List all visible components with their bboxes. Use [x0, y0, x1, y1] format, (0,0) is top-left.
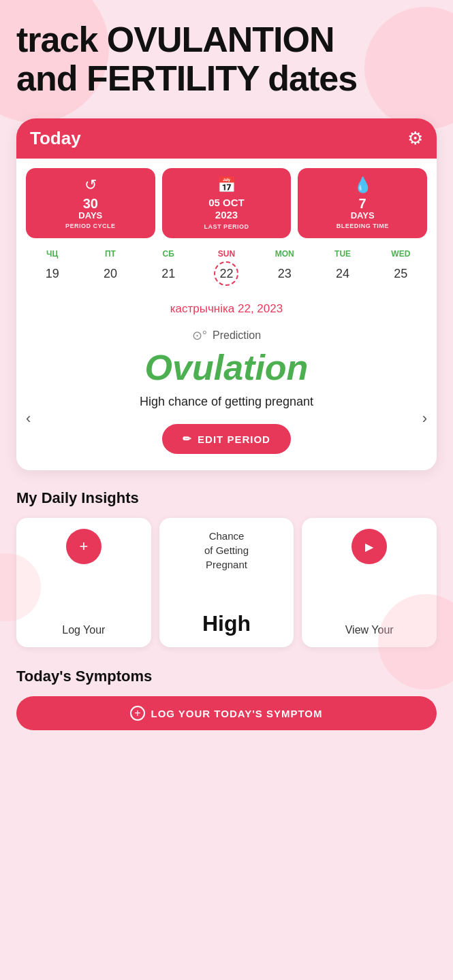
chance-text: High chance of getting pregnant — [30, 395, 423, 409]
symptoms-section: Today's Symptoms + LOG YOUR TODAY'S SYMP… — [16, 668, 437, 730]
edit-period-button[interactable]: ✏ EDIT PERIOD — [162, 424, 291, 454]
symptom-btn-label: LOG YOUR TODAY'S SYMPTOM — [151, 708, 322, 719]
page-title: track OVULANTION and FERTILITY dates — [16, 20, 437, 98]
cal-day-num-tue: 24 — [330, 261, 355, 286]
prediction-text: Prediction — [213, 329, 261, 342]
cal-day-wed[interactable]: WED 25 — [388, 249, 413, 286]
prediction-section: ‹ › ⊙° Prediction Ovulation High chance … — [16, 321, 437, 470]
cycle-label: PERIOD CYCLE — [65, 223, 116, 229]
settings-icon[interactable]: ⚙ — [407, 128, 423, 149]
cal-day-num-wed: 25 — [388, 261, 413, 286]
card-header: Today ⚙ — [16, 118, 437, 159]
insights-title: My Daily Insights — [16, 489, 437, 507]
bleeding-number: 7 — [359, 197, 366, 210]
cal-day-num-thu: 19 — [40, 261, 65, 286]
bleeding-unit: DAYS — [351, 210, 375, 220]
ovulation-title: Ovulation — [30, 347, 423, 388]
cal-day-num-mon: 23 — [272, 261, 297, 286]
chance-of-getting-pregnant-text: Chance of Getting Pregnant — [204, 529, 249, 572]
log-your-label: Log Your — [62, 624, 105, 636]
cal-day-tue[interactable]: TUE 24 — [330, 249, 355, 286]
cal-day-num-sun: 22 — [214, 261, 238, 286]
view-icon[interactable]: ▶ — [352, 529, 387, 564]
cal-day-mon[interactable]: MON 23 — [272, 249, 297, 286]
log-add-icon[interactable]: + — [66, 529, 101, 564]
cal-day-fri[interactable]: ПТ 20 — [98, 249, 123, 286]
symptoms-title: Today's Symptoms — [16, 668, 437, 685]
stats-row: ↺ 30 DAYS PERIOD CYCLE 📅 05 OCT2023 LAST… — [16, 159, 437, 238]
prediction-dots-icon: ⊙° — [192, 328, 207, 343]
cal-day-name-wed: WED — [391, 249, 410, 259]
droplet-icon: 💧 — [354, 176, 372, 194]
cal-day-num-sat: 21 — [156, 261, 181, 286]
last-period-label: LAST PERIOD — [204, 223, 249, 230]
cal-day-name-mon: MON — [275, 249, 294, 259]
prediction-label: ⊙° Prediction — [30, 328, 423, 343]
cal-day-name-thu: ЧЦ — [46, 249, 58, 259]
cycle-unit: DAYS — [78, 210, 102, 220]
cal-day-num-fri: 20 — [98, 261, 123, 286]
next-arrow[interactable]: › — [422, 410, 427, 427]
today-label: Today — [30, 128, 81, 149]
cycle-icon: ↺ — [84, 176, 97, 194]
calendar-icon: 📅 — [217, 176, 236, 194]
calendar-row: ЧЦ 19 ПТ 20 СБ 21 SUN 22 MON 23 TUE 24 — [16, 238, 437, 290]
prev-arrow[interactable]: ‹ — [26, 410, 31, 427]
edit-btn-label: EDIT PERIOD — [198, 434, 270, 445]
cal-day-sat[interactable]: СБ 21 — [156, 249, 181, 286]
chance-value: High — [202, 611, 251, 636]
bleeding-label: BLEEDING TIME — [337, 223, 389, 229]
cal-day-name-fri: ПТ — [105, 249, 116, 259]
cal-day-name-tue: TUE — [334, 249, 351, 259]
last-period-date: 05 OCT2023 — [208, 197, 245, 221]
cal-day-thu[interactable]: ЧЦ 19 — [40, 249, 65, 286]
insights-cards: + Log Your Chance of Getting Pregnant Hi… — [16, 518, 437, 647]
edit-icon: ✏ — [183, 433, 192, 445]
bleeding-time-stat[interactable]: 💧 7 DAYS BLEEDING TIME — [298, 168, 427, 238]
date-display: кастрычніка 22, 2023 — [16, 290, 437, 321]
cycle-number: 30 — [83, 197, 98, 210]
chance-card[interactable]: Chance of Getting Pregnant High — [159, 518, 294, 647]
cal-day-name-sun: SUN — [218, 249, 235, 259]
last-period-stat[interactable]: 📅 05 OCT2023 LAST PERIOD — [162, 168, 292, 238]
insights-section: My Daily Insights + Log Your Chance of G… — [16, 489, 437, 647]
main-card: Today ⚙ ↺ 30 DAYS PERIOD CYCLE 📅 05 OCT2… — [16, 118, 437, 470]
cal-day-name-sat: СБ — [163, 249, 174, 259]
cal-day-sun[interactable]: SUN 22 — [214, 249, 238, 286]
log-symptom-button[interactable]: + LOG YOUR TODAY'S SYMPTOM — [16, 696, 437, 730]
plus-circle-icon: + — [130, 706, 145, 721]
period-cycle-stat[interactable]: ↺ 30 DAYS PERIOD CYCLE — [26, 168, 155, 238]
